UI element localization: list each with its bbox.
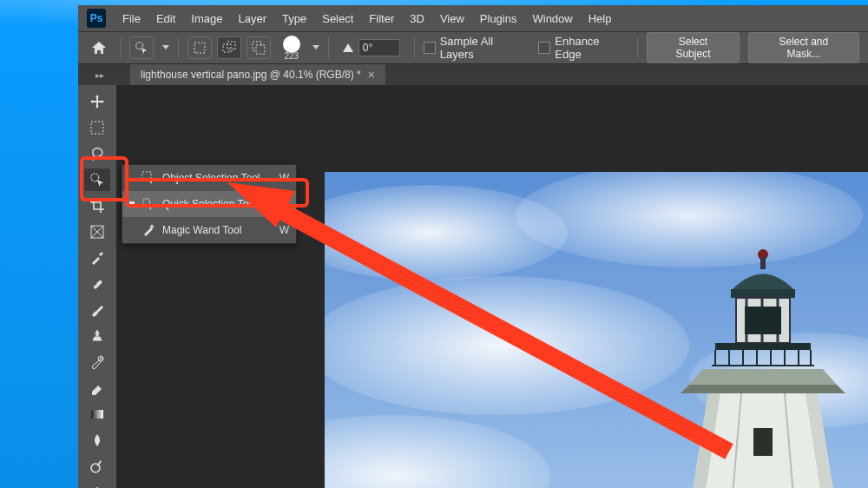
svg-rect-12 [91,410,103,419]
home-button[interactable] [87,37,111,58]
enhance-edge-label: Enhance Edge [555,35,628,61]
document-tab[interactable]: lighthouse vertical pano.jpg @ 40.1% (RG… [130,64,385,85]
flyout-item-label: Magic Wand Tool [162,224,241,236]
svg-point-20 [325,276,689,415]
frame-tool[interactable] [84,221,110,243]
gradient-tool[interactable] [84,403,110,425]
svg-rect-32 [715,343,811,350]
menu-3d[interactable]: 3D [402,5,432,31]
svg-rect-31 [745,307,781,334]
svg-rect-10 [92,281,96,286]
angle-icon [343,43,353,52]
marquee-tool[interactable] [84,116,110,139]
menu-select[interactable]: Select [314,5,361,31]
chevron-down-icon[interactable] [312,45,319,50]
svg-marker-42 [689,369,837,385]
chevron-down-icon[interactable] [162,45,169,50]
svg-rect-6 [91,122,103,134]
flyout-magic-wand[interactable]: Magic Wand Tool W [122,217,296,243]
eraser-tool[interactable] [84,377,110,399]
crop-tool[interactable] [84,195,110,217]
brush-angle [338,39,405,56]
menu-edit[interactable]: Edit [148,5,183,31]
menu-type[interactable]: Type [274,5,314,31]
add-selection-icon[interactable] [217,36,241,59]
flyout-shortcut: W [279,198,289,210]
healing-brush-tool[interactable] [84,273,110,295]
tools-panel: T [78,85,116,488]
pen-tool[interactable] [84,481,110,488]
flyout-object-selection[interactable]: Object Selection Tool W [122,165,296,191]
svg-rect-5 [256,45,265,54]
menu-file[interactable]: File [115,5,148,31]
blur-tool[interactable] [84,429,110,452]
history-brush-tool[interactable] [84,351,110,373]
document-title: lighthouse vertical pano.jpg @ 40.1% (RG… [141,69,361,81]
work-area: T [78,85,868,488]
app-logo: Ps [87,9,106,28]
svg-marker-43 [681,385,845,393]
flyout-item-label: Quick Selection Tool [162,198,257,210]
brush-size-value: 223 [284,51,299,61]
flyout-quick-selection[interactable]: Quick Selection Tool W [122,191,296,217]
panel-collapse-handle[interactable]: ▸▸ [78,68,122,82]
menu-window[interactable]: Window [524,5,580,31]
flyout-shortcut: W [279,172,289,184]
app-window: Ps File Edit Image Layer Type Select Fil… [78,5,868,488]
document-image [325,172,868,488]
brush-circle-icon [283,36,300,53]
document-tab-bar: lighthouse vertical pano.jpg @ 40.1% (RG… [78,64,868,85]
quick-select-tool-icon[interactable] [129,36,154,59]
select-subject-button[interactable]: Select Subject [647,32,739,63]
flyout-shortcut: W [279,224,289,236]
brush-preset[interactable]: 223 [283,36,300,61]
menu-layer[interactable]: Layer [231,5,275,31]
svg-rect-24 [760,257,766,269]
close-icon[interactable]: × [368,68,375,82]
selection-mode-group [187,36,271,59]
quick-selection-icon [141,197,155,211]
eyedropper-tool[interactable] [84,247,110,269]
options-bar: 223 Sample All Layers Enhance Edge Selec… [78,32,868,64]
flyout-item-label: Object Selection Tool [162,172,260,184]
subtract-selection-icon[interactable] [247,36,271,59]
dodge-tool[interactable] [84,455,110,478]
sample-all-layers-checkbox[interactable]: Sample All Layers [424,35,530,61]
menu-help[interactable]: Help [581,5,620,31]
menu-bar: Ps File Edit Image Layer Type Select Fil… [78,5,868,32]
select-and-mask-button[interactable]: Select and Mask... [748,32,859,63]
menu-filter[interactable]: Filter [361,5,402,31]
menu-image[interactable]: Image [183,5,230,31]
svg-rect-25 [731,289,795,298]
object-selection-icon [141,171,155,185]
lasso-tool[interactable] [84,142,110,165]
brush-tool[interactable] [84,299,110,321]
sample-all-layers-label: Sample All Layers [440,35,530,61]
svg-rect-1 [194,43,205,53]
canvas[interactable] [116,85,868,488]
new-selection-icon[interactable] [187,36,212,59]
tool-flyout: Object Selection Tool W Quick Selection … [122,164,297,244]
quick-selection-tool[interactable] [84,168,110,191]
active-indicator-icon [129,201,135,207]
move-tool[interactable] [84,90,110,113]
menu-plugins[interactable]: Plugins [472,5,525,31]
magic-wand-icon [141,223,155,237]
menu-view[interactable]: View [432,5,472,31]
clone-stamp-tool[interactable] [84,325,110,347]
enhance-edge-checkbox[interactable]: Enhance Edge [538,35,628,61]
angle-input[interactable] [358,39,400,56]
svg-rect-49 [753,428,773,456]
